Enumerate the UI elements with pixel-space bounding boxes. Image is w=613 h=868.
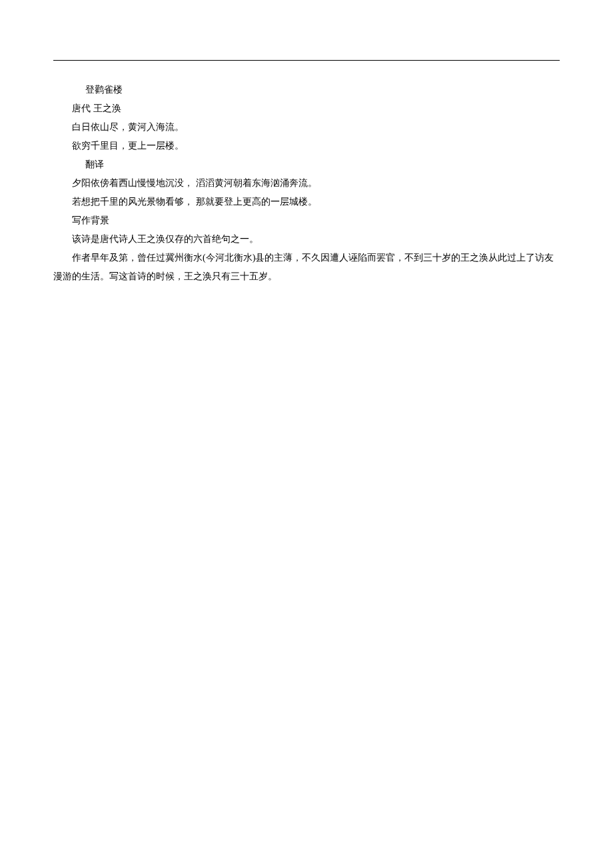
background-paragraph-2-text: 作者早年及第，曾任过冀州衡水(今河北衡水)县的主薄，不久因遭人诬陷而罢官，不到三… — [53, 249, 560, 286]
poem-byline: 唐代 王之涣 — [53, 99, 560, 118]
translation-heading: 翻译 — [53, 155, 560, 174]
background-paragraph-1: 该诗是唐代诗人王之涣仅存的六首绝句之一。 — [53, 230, 560, 249]
poem-line-1: 白日依山尽，黄河入海流。 — [53, 118, 560, 137]
poem-title: 登鹳雀楼 — [53, 81, 560, 99]
horizontal-rule — [53, 60, 560, 61]
poem-line-2: 欲穷千里目，更上一层楼。 — [53, 137, 560, 155]
translation-line-1: 夕阳依傍着西山慢慢地沉没， 滔滔黄河朝着东海汹涌奔流。 — [53, 174, 560, 193]
background-heading: 写作背景 — [53, 211, 560, 230]
background-paragraph-2: 作者早年及第，曾任过冀州衡水(今河北衡水)县的主薄，不久因遭人诬陷而罢官，不到三… — [53, 249, 560, 286]
translation-line-2: 若想把千里的风光景物看够， 那就要登上更高的一层城楼。 — [53, 193, 560, 211]
